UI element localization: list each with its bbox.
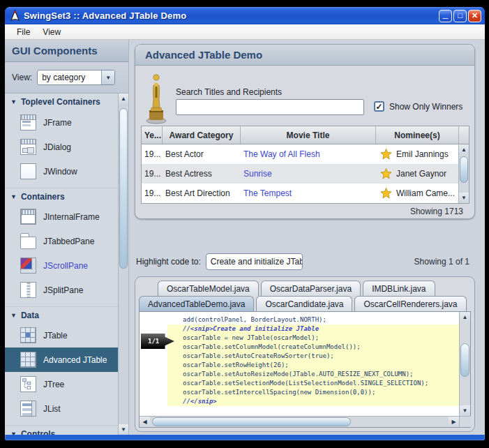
sidebar-item-jinternalframe[interactable]: JInternalFrame [5,204,118,229]
table-scrollbar-thumb[interactable] [460,156,468,183]
advanced-jtable-icon [20,352,36,368]
jsplitpane-icon [20,282,36,298]
section-expanded-icon[interactable]: ▼ [10,431,17,435]
highlight-label: Highlight code to: [136,257,201,267]
menu-view[interactable]: View [36,26,67,38]
code-horizontal-scrollbar[interactable]: ◀ ▶ [140,416,459,427]
movie-link[interactable]: Sunrise [241,164,376,184]
column-header-award-category[interactable]: Award Category [163,126,241,144]
scroll-down-icon[interactable]: ▼ [459,193,469,203]
sidebar-item-jwindow[interactable]: JWindow [5,159,118,184]
gui-components-sidebar: GUI Components View: by category ▼ ▼ Top… [5,40,129,435]
search-input[interactable] [176,99,364,115]
h-scrollbar-thumb[interactable] [152,417,351,426]
highlight-combobox-value: Create and initialize JTable [206,257,303,267]
jscrollpane-icon [20,257,36,274]
section-containers[interactable]: ▼ Containers [5,188,118,204]
oscars-table: Ye... Award Category Movie Title Nominee… [141,126,469,204]
section-data[interactable]: ▼ Data [5,306,118,323]
code-tabs-row-1: OscarTableModel.java OscarDataParser.jav… [158,281,435,296]
winners-checkbox[interactable]: ✓ [374,101,384,112]
view-label: View: [12,73,32,82]
view-combobox[interactable]: by category ▼ [37,70,115,85]
window-title: SwingSet3 :: Advanced JTable Demo [24,10,437,21]
column-header-year[interactable]: Ye... [142,126,163,144]
check-icon: ✓ [375,103,382,111]
snippet-status: Showing 1 of 1 [414,257,469,267]
column-header-nominees[interactable]: Nominee(s) [376,126,458,144]
menu-file[interactable]: File [10,26,36,38]
jtree-icon [20,376,36,392]
scroll-right-icon[interactable]: ▶ [449,417,459,427]
jinternalframe-icon [20,209,36,225]
table-row[interactable]: 19... Best Actor The Way of All Flesh Em… [142,144,458,164]
code-line: oscarTable = new JTable(oscarModel); [167,334,459,343]
sidebar-item-jlist[interactable]: JList [5,396,118,421]
tab-imdblink[interactable]: IMDBLink.java [363,281,435,296]
demo-panel-header: Advanced JTable Demo [135,45,474,66]
sidebar-scrollbar-track[interactable] [119,104,128,424]
sidebar-item-jtable[interactable]: JTable [5,323,118,348]
section-expanded-icon[interactable]: ▼ [10,98,17,105]
winners-label: Show Only Winners [389,102,462,112]
v-scrollbar-thumb[interactable] [460,343,469,377]
maximize-button[interactable]: □ [453,10,467,22]
close-button[interactable]: ✕ [468,10,481,22]
tab-advancedtabledemo[interactable]: AdvancedTableDemo.java [139,296,254,311]
v-scrollbar-track[interactable] [460,322,470,405]
jtabbedpane-icon [20,233,36,249]
java-duke-icon [10,10,20,22]
highlight-combobox[interactable]: Create and initialize JTable ▼ [206,253,303,270]
code-vertical-scrollbar[interactable]: ▲ ▼ [459,312,470,427]
minimize-button[interactable]: ─ [439,10,452,22]
sidebar-title: GUI Components [12,45,98,57]
sidebar-item-jtabbedpane[interactable]: JTabbedPane [5,229,118,253]
scroll-down-icon[interactable]: ▼ [460,405,470,416]
table-row[interactable]: 19... Best Art Direction The Tempest Wil… [142,184,458,203]
tab-oscarcandidate[interactable]: OscarCandidate.java [256,296,352,311]
title-bar[interactable]: SwingSet3 :: Advanced JTable Demo ─ □ ✕ [5,7,485,24]
scroll-left-icon[interactable]: ◀ [140,417,150,427]
section-toplevel-containers[interactable]: ▼ Toplevel Containers [5,94,118,110]
section-expanded-icon[interactable]: ▼ [10,312,17,319]
scroll-up-icon[interactable]: ▲ [119,94,128,104]
sidebar-item-jdialog[interactable]: JDialog [5,135,118,159]
scroll-down-icon[interactable]: ▼ [119,424,128,435]
code-line: oscarTable.setIntercellSpacing(new Dimen… [167,388,459,397]
main-area: Advanced JTable Demo Search Titles and R… [129,40,485,435]
sidebar-item-jtree[interactable]: JTree [5,372,118,396]
scroll-up-icon[interactable]: ▲ [459,144,469,155]
tab-oscartablemodel[interactable]: OscarTableModel.java [158,281,259,296]
sidebar-item-jsplitpane[interactable]: JSplitPane [5,278,118,302]
scroll-up-icon[interactable]: ▲ [460,312,470,322]
code-area[interactable]: add(controlPanel, BorderLayout.NORTH); /… [140,312,459,416]
code-line: //<snip>Create and initialize JTable [167,324,459,334]
movie-link[interactable]: The Tempest [241,184,376,203]
table-scrollbar[interactable]: ▲ ▼ [458,126,469,203]
tab-oscarcellrenderers[interactable]: OscarCellRenderers.java [354,296,466,311]
sidebar-scrollbar-thumb[interactable] [119,108,128,269]
section-expanded-icon[interactable]: ▼ [10,193,17,200]
code-line: add(controlPanel, BorderLayout.NORTH); [140,315,459,324]
column-header-movie-title[interactable]: Movie Title [241,126,376,144]
chevron-down-icon[interactable]: ▼ [101,70,114,84]
table-row[interactable]: 19... Best Actress Sunrise Janet Gaynor [142,164,458,184]
table-scrollbar-track[interactable] [459,155,469,193]
code-line: //</snip> [167,397,459,406]
highlighted-snippet: //<snip>Create and initialize JTable osc… [167,324,459,406]
code-line: oscarTable.setAutoCreateRowSorter(true); [167,352,459,361]
sidebar-item-jframe[interactable]: JFrame [5,110,118,135]
tab-oscardataparser[interactable]: OscarDataParser.java [261,281,361,296]
sidebar-item-jscrollpane[interactable]: JScrollPane [5,253,118,278]
demo-title: Advanced JTable Demo [145,49,262,61]
jwindow-icon [20,163,36,179]
movie-link[interactable]: The Way of All Flesh [241,144,376,164]
jlist-icon [20,401,36,417]
sidebar-item-advanced-jtable[interactable]: Advanced JTable [5,348,118,372]
table-header-row: Ye... Award Category Movie Title Nominee… [142,126,458,144]
show-only-winners[interactable]: ✓ Show Only Winners [374,101,462,112]
jframe-icon [20,114,36,130]
section-controls[interactable]: ▼ Controls [5,425,118,435]
h-scrollbar-track[interactable] [150,417,449,427]
sidebar-scrollbar[interactable]: ▲ ▼ [118,94,128,435]
